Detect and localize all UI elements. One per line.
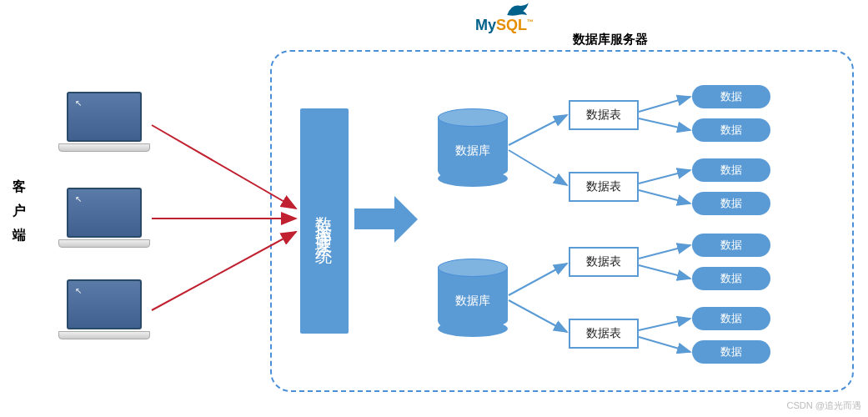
- mysql-sql: SQL: [496, 17, 527, 33]
- data-label: 数据: [720, 344, 742, 359]
- data-label: 数据: [720, 123, 742, 138]
- table-box: 数据表: [569, 247, 639, 277]
- data-label: 数据: [720, 311, 742, 326]
- data-pill: 数据: [692, 192, 770, 215]
- data-label: 数据: [720, 238, 742, 253]
- client-laptop: [58, 92, 150, 154]
- watermark-text: CSDN @追光而遇: [787, 399, 861, 412]
- data-pill: 数据: [692, 307, 770, 330]
- client-section-label: 客户端: [13, 175, 29, 247]
- data-label: 数据: [720, 271, 742, 286]
- flow-arrow-icon: [354, 196, 421, 242]
- mysql-my: My: [475, 17, 496, 33]
- database-label: 数据库: [438, 143, 508, 158]
- mysql-dolphin-icon: [504, 2, 531, 18]
- table-label: 数据表: [586, 326, 621, 341]
- server-section-label: 数据库服务器: [573, 32, 648, 48]
- table-box: 数据表: [569, 172, 639, 202]
- database-cylinder: 数据库: [438, 108, 508, 187]
- mysql-tm: ™: [527, 18, 534, 26]
- database-cylinder: 数据库: [438, 259, 508, 337]
- data-label: 数据: [720, 196, 742, 211]
- data-label: 数据: [720, 163, 742, 178]
- data-pill: 数据: [692, 118, 770, 142]
- data-pill: 数据: [692, 267, 770, 290]
- table-box: 数据表: [569, 319, 639, 349]
- client-laptop: [58, 188, 150, 250]
- table-box: 数据表: [569, 100, 639, 130]
- data-pill: 数据: [692, 85, 770, 108]
- table-label: 数据表: [586, 254, 621, 269]
- mysql-logo-text: MySQL™: [475, 17, 534, 34]
- data-pill: 数据: [692, 234, 770, 257]
- table-label: 数据表: [586, 108, 621, 123]
- data-pill: 数据: [692, 340, 770, 364]
- database-label: 数据库: [438, 294, 508, 309]
- dbms-block: 数据库管理系统: [300, 108, 349, 334]
- client-laptop: [58, 279, 150, 342]
- table-label: 数据表: [586, 179, 621, 194]
- data-label: 数据: [720, 89, 742, 104]
- data-pill: 数据: [692, 158, 770, 182]
